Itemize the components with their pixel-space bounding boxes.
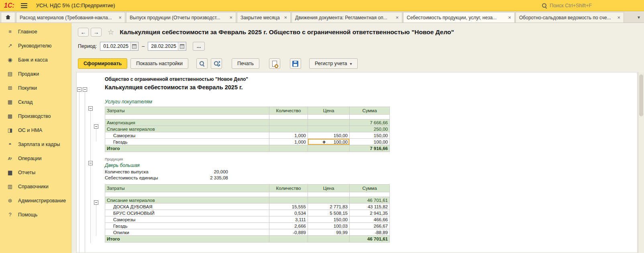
cell-price[interactable]: 2 771,83 — [308, 204, 350, 210]
close-icon[interactable]: × — [508, 15, 511, 20]
output-qty-value[interactable]: 20,000 — [177, 169, 228, 174]
column-header[interactable]: Затраты — [105, 107, 269, 115]
cell-sum[interactable]: 466,66 — [350, 216, 390, 223]
column-header[interactable]: Сумма — [350, 185, 390, 192]
cell-sum[interactable] — [350, 192, 390, 197]
cell-sum[interactable] — [350, 115, 390, 119]
column-header[interactable]: Затраты — [105, 185, 269, 192]
cell-name[interactable] — [105, 115, 269, 119]
cell-qty[interactable] — [269, 236, 308, 243]
favorite-star-icon[interactable]: ☆ — [108, 28, 114, 37]
cell-name[interactable]: Итого — [105, 236, 269, 243]
cell-name[interactable]: Саморезы — [105, 132, 269, 139]
cell-price[interactable]: 150,00 — [308, 132, 350, 139]
cell-name[interactable]: Списание материалов — [105, 126, 269, 132]
vertical-scrollbar[interactable] — [638, 72, 644, 253]
column-header[interactable]: Количество — [269, 107, 308, 115]
cell-price[interactable] — [308, 236, 350, 243]
cell-name[interactable]: Итого — [105, 145, 269, 152]
cell-price[interactable]: 5 508,15 — [308, 210, 350, 216]
print-preview-button[interactable] — [269, 58, 280, 69]
save-button[interactable] — [290, 58, 301, 69]
cell-qty[interactable]: 1,000 — [269, 139, 308, 145]
cell-price[interactable]: 150,00 — [308, 216, 350, 223]
calendar-button[interactable] — [130, 42, 138, 50]
cell-sum[interactable]: 100,00 — [350, 139, 390, 145]
collapse-box[interactable] — [77, 87, 82, 92]
cell-qty[interactable]: 2,666 — [269, 223, 308, 229]
cell-sum[interactable]: 43 115,82 — [350, 204, 390, 210]
cell-price[interactable] — [308, 145, 350, 152]
cell-price[interactable] — [308, 126, 350, 132]
cell-sum[interactable]: -88,89 — [350, 229, 390, 236]
cell-qty[interactable]: -0,889 — [269, 229, 308, 236]
cell-sum[interactable]: 250,00 — [350, 126, 390, 132]
cell-qty[interactable] — [269, 197, 308, 204]
cell-price[interactable] — [308, 115, 350, 119]
cell-qty[interactable] — [269, 126, 308, 132]
sidebar-item-sklad[interactable]: ▦Склад — [0, 95, 71, 109]
sidebar-item-zarplata-i-kadry[interactable]: ◓Зарплата и кадры — [0, 137, 71, 151]
global-search[interactable]: Поиск Ctrl+Shift+F — [542, 3, 592, 8]
tab-sebestoimost-produkcii[interactable]: Себестоимость продукции, услуг, неза... … — [403, 12, 515, 23]
selected-cell[interactable]: 100,00 + — [308, 139, 350, 145]
cell-name[interactable]: Опилки — [105, 229, 269, 236]
tabs-overflow-button[interactable]: ▾ — [634, 12, 643, 23]
cell-qty[interactable] — [269, 115, 308, 119]
close-icon[interactable]: × — [118, 15, 122, 20]
column-header[interactable]: Сумма — [350, 107, 390, 115]
output-qty-label[interactable]: Количество выпуска — [105, 169, 177, 174]
collapse-box[interactable] — [88, 161, 93, 165]
sidebar-item-prodazhi[interactable]: ▤Продажи — [0, 67, 71, 81]
cell-sum[interactable]: 150,00 — [350, 132, 390, 139]
tab-dvizheniya-dokumenta[interactable]: Движения документа: Регламентная оп... × — [291, 12, 402, 23]
cell-sum[interactable]: 46 701,61 — [350, 236, 390, 243]
generate-button[interactable]: Сформировать — [78, 58, 127, 69]
sidebar-item-spravochniki[interactable]: ▥Справочники — [0, 179, 71, 193]
register-dropdown-button[interactable]: Регистр учета ▾ — [309, 58, 358, 69]
sidebar-item-pomosch[interactable]: ?Помощь — [0, 208, 71, 222]
home-tab[interactable] — [1, 12, 15, 23]
cell-name[interactable]: Амортизация — [105, 119, 269, 126]
cell-name[interactable]: Гвоздь — [105, 223, 269, 229]
cell-sum[interactable]: 7 916,66 — [350, 145, 390, 152]
cell-price[interactable]: 99,99 — [308, 229, 350, 236]
sidebar-item-bank-i-kassa[interactable]: ◉Банк и касса — [0, 53, 71, 67]
cell-qty[interactable] — [269, 119, 308, 126]
cell-qty[interactable]: 1,000 — [269, 132, 308, 139]
period-from-input[interactable]: 01.02.2025 — [100, 42, 139, 51]
hamburger-menu-icon[interactable] — [21, 3, 27, 8]
show-settings-button[interactable]: Показать настройки — [130, 58, 188, 69]
sidebar-item-glavnoe[interactable]: ≡Главное — [0, 25, 71, 39]
period-to-value[interactable]: 28.02.2025 — [148, 43, 178, 49]
close-icon[interactable]: × — [229, 15, 232, 20]
cell-qty[interactable]: 0,534 — [269, 210, 308, 216]
cell-price[interactable] — [308, 192, 350, 197]
close-icon[interactable]: × — [284, 15, 287, 20]
tab-rashod-materialov[interactable]: Расход материалов (Требования-накла... × — [16, 12, 125, 23]
forward-button[interactable]: → — [91, 28, 102, 37]
period-more-button[interactable]: ... — [193, 42, 205, 51]
cell-name[interactable]: БРУС ОСИНОВЫЙ — [105, 210, 269, 216]
section-title-services[interactable]: Услуги покупателям — [105, 99, 632, 105]
sidebar-item-pokupki[interactable]: ⊞Покупки — [0, 81, 71, 95]
unit-cost-value[interactable]: 2 335,08 — [177, 175, 228, 180]
cell-name[interactable] — [105, 192, 269, 197]
cell-sum[interactable]: 2 941,35 — [350, 210, 390, 216]
cell-qty[interactable] — [269, 145, 308, 152]
find-button[interactable] — [196, 58, 208, 69]
cell-qty[interactable]: 15,555 — [269, 204, 308, 210]
column-header[interactable]: Цена — [308, 107, 350, 115]
period-to-input[interactable]: 28.02.2025 — [148, 42, 186, 51]
cell-name[interactable]: Саморезы — [105, 216, 269, 223]
back-button[interactable]: ← — [78, 28, 89, 37]
cell-name[interactable]: Списание материалов — [105, 197, 269, 204]
calendar-button[interactable] — [178, 42, 186, 50]
tab-oborotno-saldovaya[interactable]: Оборотно-сальдовая ведомость по сче... × — [516, 12, 624, 23]
sidebar-item-otchety[interactable]: ▆Отчеты — [0, 165, 71, 179]
cell-sum[interactable]: 7 666,66 — [350, 119, 390, 126]
close-icon[interactable]: × — [395, 15, 399, 20]
column-header[interactable]: Количество — [269, 185, 308, 192]
section-title-product[interactable]: Дверь большая — [105, 162, 632, 168]
collapse-box[interactable] — [83, 87, 87, 92]
